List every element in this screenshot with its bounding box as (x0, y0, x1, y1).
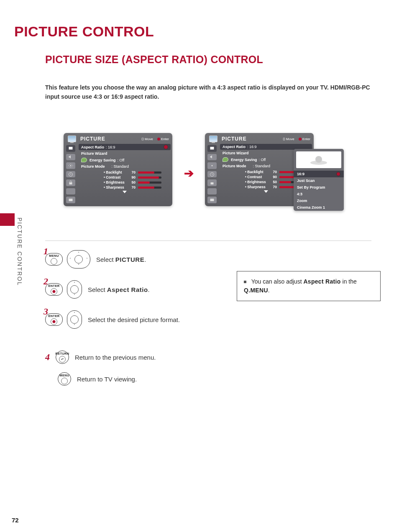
osd-header: PICTURE ⟨⟩ Move Enter (64, 133, 172, 144)
osd-title: PICTURE (80, 136, 105, 142)
tab-audio-icon[interactable] (207, 154, 217, 161)
svg-point-6 (212, 165, 213, 166)
flyout-option[interactable]: Cinema Zoom 1 (294, 204, 344, 211)
svg-rect-9 (210, 199, 214, 201)
page-number: 72 (12, 517, 19, 524)
step-5: MENU Return to TV viewing. (45, 372, 204, 386)
return-button[interactable]: RETURN ↶ (56, 350, 69, 364)
nav-pad-vertical[interactable]: ˄˅ (67, 280, 82, 299)
nav-pad-vertical[interactable]: ˄˅ (67, 310, 82, 329)
arrow-right-icon: ➔ (184, 166, 194, 180)
step-text: Select PICTURE. (96, 256, 146, 263)
intro-text: This feature lets you choose the way an … (45, 83, 371, 102)
tab-settings-icon[interactable] (207, 162, 217, 169)
section-title: PICTURE SIZE (ASPECT RATIO) CONTROL (45, 54, 263, 66)
step-number: 2 (43, 276, 48, 287)
flyout-option[interactable]: Just Scan (294, 177, 344, 184)
side-label: PICTURE CONTROL (16, 217, 23, 286)
tab-audio-icon[interactable] (66, 154, 75, 161)
osd-icon-column (64, 144, 78, 205)
page-title: PICTURE CONTROL (14, 23, 154, 40)
enter-icon (164, 145, 168, 149)
tab-picture-icon[interactable] (66, 145, 75, 152)
osd-panel-before: PICTURE ⟨⟩ Move Enter Aspect Ratio : 16:… (64, 133, 172, 206)
slider-row[interactable]: • Sharpness70 (104, 185, 171, 190)
tab-settings-icon[interactable] (66, 162, 75, 169)
menu-picture-wizard[interactable]: Picture Wizard (79, 151, 171, 156)
step-number: 3 (43, 306, 48, 317)
menu-picture-mode[interactable]: Picture Mode : Standard (79, 164, 171, 169)
step-3: 3 ENTER ˄˅ Select the desired picture fo… (45, 309, 204, 330)
aspect-ratio-flyout: 16:9Just ScanSet By Program4:3ZoomCinema… (294, 149, 344, 211)
svg-rect-0 (69, 147, 73, 150)
step-text: Return to the previous menu. (75, 354, 156, 361)
tab-input-icon[interactable] (207, 197, 217, 203)
step-4: 4 RETURN ↶ Return to the previous menu. (45, 350, 204, 364)
svg-rect-4 (69, 199, 73, 201)
menu-energy-saving[interactable]: Energy Saving : Off (79, 157, 171, 163)
svg-point-1 (70, 165, 72, 166)
svg-rect-8 (211, 182, 214, 184)
accent-bar (0, 213, 15, 226)
nav-pad[interactable]: ˄˅ ˂˃ (67, 250, 90, 269)
flyout-options: 16:9Just ScanSet By Program4:3ZoomCinema… (294, 171, 344, 211)
monitor-icon (68, 136, 76, 142)
separator-line (45, 240, 371, 241)
step-number: 4 (45, 352, 50, 363)
slider-row[interactable]: • Brightness50 (104, 180, 171, 185)
menu-button[interactable]: MENU (58, 372, 71, 386)
flyout-option[interactable]: Set By Program (294, 184, 344, 191)
tab-option-icon[interactable] (66, 188, 75, 195)
slider-row[interactable]: • Contrast90 (104, 175, 171, 180)
monitor-icon (209, 136, 217, 142)
svg-rect-3 (69, 182, 72, 184)
more-down-icon (123, 191, 127, 193)
preview-thumb (296, 151, 341, 168)
tab-lock-icon[interactable] (207, 179, 217, 186)
tip-box: You can also adjust Aspect Ratio in the … (237, 271, 381, 301)
osd-icon-column (205, 144, 219, 205)
bullet-icon (244, 281, 246, 283)
step-2: 2 ENTER ˄˅ Select Aspect Ratio. (45, 279, 204, 299)
slider-row[interactable]: • Backlight70 (104, 170, 171, 175)
tab-option-icon[interactable] (207, 188, 217, 195)
svg-point-11 (315, 156, 322, 163)
step-number: 1 (43, 246, 48, 257)
tab-time-icon[interactable] (207, 171, 217, 178)
menu-aspect-ratio[interactable]: Aspect Ratio : 16:9 (79, 144, 171, 150)
flyout-option[interactable]: 16:9 (294, 171, 344, 177)
tab-picture-icon[interactable] (207, 145, 217, 152)
eco-icon (81, 158, 87, 162)
step-text: Return to TV viewing. (77, 376, 137, 383)
osd-hint: ⟨⟩ Move Enter (283, 137, 310, 141)
osd-title: PICTURE (222, 136, 247, 142)
step-1: 1 MENU ˄˅ ˂˃ Select PICTURE. (45, 249, 204, 269)
tab-input-icon[interactable] (66, 197, 75, 203)
tab-time-icon[interactable] (66, 171, 75, 178)
eco-icon (223, 157, 228, 162)
step-text: Select the desired picture format. (88, 316, 180, 323)
more-down-icon (264, 190, 268, 193)
svg-rect-5 (210, 147, 214, 150)
flyout-option[interactable]: Zoom (294, 197, 344, 204)
osd-header: PICTURE ⟨⟩ Move Enter (205, 133, 314, 144)
tab-lock-icon[interactable] (66, 179, 75, 186)
osd-hint: ⟨⟩ Move Enter (141, 137, 169, 141)
step-text: Select Aspect Ratio. (88, 286, 150, 293)
slider-list: • Backlight70• Contrast90• Brightness50•… (79, 170, 171, 190)
flyout-option[interactable]: 4:3 (294, 191, 344, 197)
